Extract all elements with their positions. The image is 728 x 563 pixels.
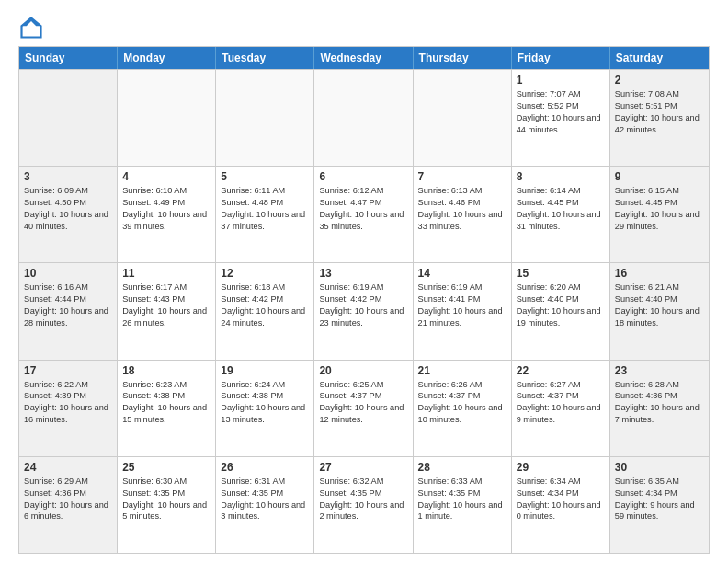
day-number: 15 (517, 267, 605, 280)
logo (18, 15, 48, 40)
day-number: 18 (122, 364, 210, 377)
day-info: Sunrise: 6:14 AM Sunset: 4:45 PM Dayligh… (517, 185, 605, 233)
day-info: Sunrise: 6:11 AM Sunset: 4:48 PM Dayligh… (221, 185, 309, 233)
cal-cell: 6Sunrise: 6:12 AM Sunset: 4:47 PM Daylig… (314, 167, 413, 262)
cal-week-1: 1Sunrise: 7:07 AM Sunset: 5:52 PM Daylig… (19, 69, 709, 166)
day-info: Sunrise: 6:21 AM Sunset: 4:40 PM Dayligh… (615, 282, 704, 329)
cal-cell: 27Sunrise: 6:32 AM Sunset: 4:35 PM Dayli… (314, 457, 413, 553)
day-number: 30 (615, 461, 704, 474)
day-info: Sunrise: 6:19 AM Sunset: 4:42 PM Dayligh… (319, 282, 407, 329)
cal-cell: 13Sunrise: 6:19 AM Sunset: 4:42 PM Dayli… (314, 263, 413, 359)
cal-header-thursday: Thursday (414, 47, 512, 69)
day-number: 1 (517, 74, 605, 86)
day-number: 17 (24, 364, 112, 377)
day-number: 19 (221, 364, 309, 377)
cal-cell: 4Sunrise: 6:10 AM Sunset: 4:49 PM Daylig… (118, 167, 216, 262)
day-number: 29 (517, 461, 605, 474)
day-info: Sunrise: 6:17 AM Sunset: 4:43 PM Dayligh… (122, 282, 210, 329)
calendar-body: 1Sunrise: 7:07 AM Sunset: 5:52 PM Daylig… (19, 69, 709, 553)
cal-cell (19, 70, 118, 166)
day-number: 20 (319, 364, 407, 377)
day-number: 7 (418, 170, 506, 183)
cal-cell: 9Sunrise: 6:15 AM Sunset: 4:45 PM Daylig… (610, 167, 709, 262)
cal-cell: 15Sunrise: 6:20 AM Sunset: 4:40 PM Dayli… (512, 263, 610, 359)
logo-icon (18, 15, 44, 40)
cal-cell: 28Sunrise: 6:33 AM Sunset: 4:35 PM Dayli… (414, 457, 512, 553)
header (18, 15, 710, 40)
cal-header-monday: Monday (118, 47, 216, 69)
day-info: Sunrise: 6:33 AM Sunset: 4:35 PM Dayligh… (418, 476, 506, 523)
day-number: 28 (418, 461, 506, 474)
cal-header-friday: Friday (512, 47, 610, 69)
svg-marker-2 (22, 18, 41, 27)
cal-header-saturday: Saturday (610, 47, 709, 69)
day-info: Sunrise: 6:34 AM Sunset: 4:34 PM Dayligh… (517, 476, 605, 523)
day-info: Sunrise: 6:13 AM Sunset: 4:46 PM Dayligh… (418, 185, 506, 233)
day-number: 21 (418, 364, 506, 377)
cal-cell: 2Sunrise: 7:08 AM Sunset: 5:51 PM Daylig… (610, 70, 709, 166)
day-number: 3 (24, 170, 112, 183)
day-info: Sunrise: 7:08 AM Sunset: 5:51 PM Dayligh… (615, 88, 704, 136)
day-info: Sunrise: 6:19 AM Sunset: 4:41 PM Dayligh… (418, 282, 506, 329)
day-info: Sunrise: 6:25 AM Sunset: 4:37 PM Dayligh… (319, 379, 407, 427)
cal-cell: 17Sunrise: 6:22 AM Sunset: 4:39 PM Dayli… (19, 361, 118, 456)
day-info: Sunrise: 7:07 AM Sunset: 5:52 PM Dayligh… (517, 88, 605, 136)
cal-cell: 7Sunrise: 6:13 AM Sunset: 4:46 PM Daylig… (414, 167, 512, 262)
cal-cell: 23Sunrise: 6:28 AM Sunset: 4:36 PM Dayli… (610, 361, 709, 456)
cal-week-3: 10Sunrise: 6:16 AM Sunset: 4:44 PM Dayli… (19, 262, 709, 359)
cal-header-sunday: Sunday (19, 47, 118, 69)
cal-header-tuesday: Tuesday (216, 47, 314, 69)
cal-cell: 3Sunrise: 6:09 AM Sunset: 4:50 PM Daylig… (19, 167, 118, 262)
day-number: 10 (24, 267, 112, 280)
cal-cell: 14Sunrise: 6:19 AM Sunset: 4:41 PM Dayli… (414, 263, 512, 359)
cal-cell: 18Sunrise: 6:23 AM Sunset: 4:38 PM Dayli… (118, 361, 216, 456)
cal-cell: 8Sunrise: 6:14 AM Sunset: 4:45 PM Daylig… (512, 167, 610, 262)
cal-cell: 19Sunrise: 6:24 AM Sunset: 4:38 PM Dayli… (216, 361, 314, 456)
day-info: Sunrise: 6:20 AM Sunset: 4:40 PM Dayligh… (517, 282, 605, 329)
day-info: Sunrise: 6:10 AM Sunset: 4:49 PM Dayligh… (122, 185, 210, 233)
day-info: Sunrise: 6:09 AM Sunset: 4:50 PM Dayligh… (24, 185, 112, 233)
cal-cell: 16Sunrise: 6:21 AM Sunset: 4:40 PM Dayli… (610, 263, 709, 359)
cal-cell: 25Sunrise: 6:30 AM Sunset: 4:35 PM Dayli… (118, 457, 216, 553)
cal-cell: 5Sunrise: 6:11 AM Sunset: 4:48 PM Daylig… (216, 167, 314, 262)
day-info: Sunrise: 6:30 AM Sunset: 4:35 PM Dayligh… (122, 476, 210, 523)
cal-cell: 29Sunrise: 6:34 AM Sunset: 4:34 PM Dayli… (512, 457, 610, 553)
day-info: Sunrise: 6:28 AM Sunset: 4:36 PM Dayligh… (615, 379, 704, 427)
day-info: Sunrise: 6:35 AM Sunset: 4:34 PM Dayligh… (615, 476, 704, 523)
cal-cell: 20Sunrise: 6:25 AM Sunset: 4:37 PM Dayli… (314, 361, 413, 456)
day-info: Sunrise: 6:16 AM Sunset: 4:44 PM Dayligh… (24, 282, 112, 329)
day-number: 9 (615, 170, 704, 183)
day-info: Sunrise: 6:32 AM Sunset: 4:35 PM Dayligh… (319, 476, 407, 523)
day-info: Sunrise: 6:27 AM Sunset: 4:37 PM Dayligh… (517, 379, 605, 427)
day-info: Sunrise: 6:24 AM Sunset: 4:38 PM Dayligh… (221, 379, 309, 427)
day-number: 13 (319, 267, 407, 280)
day-number: 16 (615, 267, 704, 280)
cal-cell: 12Sunrise: 6:18 AM Sunset: 4:42 PM Dayli… (216, 263, 314, 359)
day-info: Sunrise: 6:18 AM Sunset: 4:42 PM Dayligh… (221, 282, 309, 329)
cal-cell: 1Sunrise: 7:07 AM Sunset: 5:52 PM Daylig… (512, 70, 610, 166)
cal-cell: 11Sunrise: 6:17 AM Sunset: 4:43 PM Dayli… (118, 263, 216, 359)
day-info: Sunrise: 6:15 AM Sunset: 4:45 PM Dayligh… (615, 185, 704, 233)
day-number: 4 (122, 170, 210, 183)
day-number: 26 (221, 461, 309, 474)
calendar-header-row: SundayMondayTuesdayWednesdayThursdayFrid… (19, 47, 709, 69)
calendar: SundayMondayTuesdayWednesdayThursdayFrid… (18, 46, 710, 554)
cal-week-5: 24Sunrise: 6:29 AM Sunset: 4:36 PM Dayli… (19, 456, 709, 553)
day-number: 23 (615, 364, 704, 377)
day-number: 11 (122, 267, 210, 280)
day-number: 5 (221, 170, 309, 183)
day-number: 25 (122, 461, 210, 474)
day-number: 12 (221, 267, 309, 280)
day-info: Sunrise: 6:29 AM Sunset: 4:36 PM Dayligh… (24, 476, 112, 523)
day-number: 6 (319, 170, 407, 183)
day-info: Sunrise: 6:22 AM Sunset: 4:39 PM Dayligh… (24, 379, 112, 427)
cal-cell (118, 70, 216, 166)
day-info: Sunrise: 6:26 AM Sunset: 4:37 PM Dayligh… (418, 379, 506, 427)
cal-cell (314, 70, 413, 166)
cal-cell (216, 70, 314, 166)
day-number: 2 (615, 74, 704, 86)
cal-week-4: 17Sunrise: 6:22 AM Sunset: 4:39 PM Dayli… (19, 360, 709, 456)
day-info: Sunrise: 6:31 AM Sunset: 4:35 PM Dayligh… (221, 476, 309, 523)
cal-cell: 10Sunrise: 6:16 AM Sunset: 4:44 PM Dayli… (19, 263, 118, 359)
cal-cell: 26Sunrise: 6:31 AM Sunset: 4:35 PM Dayli… (216, 457, 314, 553)
